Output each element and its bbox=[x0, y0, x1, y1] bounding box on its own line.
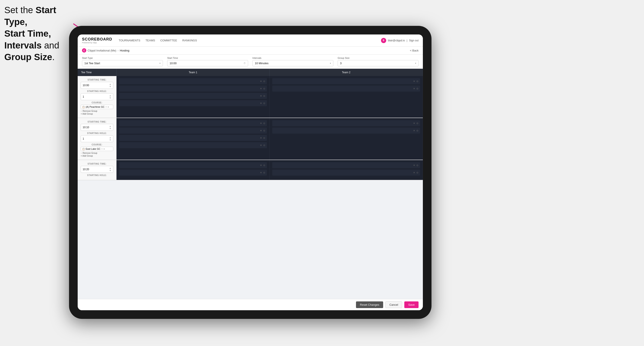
player-remove-icon[interactable]: ✕ bbox=[413, 171, 415, 174]
course-arrow-1[interactable]: ▾ bbox=[108, 106, 109, 108]
start-time-arrow-icon: ⏱ bbox=[244, 62, 246, 64]
reset-button[interactable]: Reset Changes bbox=[356, 301, 383, 308]
player-edit-icon[interactable]: ⊙ bbox=[263, 144, 265, 147]
nav-committee[interactable]: COMMITTEE bbox=[160, 38, 177, 43]
logo-text: SCOREBOARD bbox=[82, 37, 112, 42]
player-row: ✕ ⊙ bbox=[119, 93, 267, 99]
player-edit-icon[interactable]: ⊙ bbox=[263, 137, 265, 139]
player-edit-icon[interactable]: ⊙ bbox=[263, 171, 265, 174]
player-remove-icon[interactable]: ✕ bbox=[260, 144, 262, 147]
start-time-group: Start Time 10:00 ⏱ bbox=[167, 57, 248, 66]
player-remove-icon[interactable]: ✕ bbox=[413, 129, 415, 132]
breadcrumb-current: Hosting bbox=[120, 49, 129, 52]
th-team2: Team 2 bbox=[270, 69, 423, 76]
player-row: ✕ ⊙ bbox=[119, 120, 267, 126]
intervals-label: Intervals bbox=[252, 57, 333, 59]
tournament-link[interactable]: Clippd Invitational (Me) bbox=[88, 49, 116, 52]
starting-hole-label-3: STARTING HOLE: bbox=[81, 174, 113, 176]
back-button[interactable]: < Back bbox=[410, 49, 418, 52]
avatar: B bbox=[381, 38, 386, 43]
group-size-select[interactable]: 3 ▾ bbox=[338, 60, 418, 66]
nav-rankings[interactable]: RANKINGS bbox=[182, 38, 197, 43]
player-remove-icon[interactable]: ✕ bbox=[413, 122, 415, 125]
player-remove-icon[interactable]: ✕ bbox=[413, 87, 415, 90]
breadcrumb-bar: C Clippd Invitational (Me) › Hosting < B… bbox=[78, 46, 423, 54]
starting-hole-input-1[interactable]: 1 ▲▼ bbox=[81, 93, 113, 100]
course-arrow-2[interactable]: ▾ bbox=[104, 148, 105, 150]
tablet-screen: SCOREBOARD Powered by clipp TOURNAMENTS … bbox=[78, 34, 423, 310]
player-remove-icon[interactable]: ✕ bbox=[260, 122, 262, 125]
player-edit-icon[interactable]: ⊙ bbox=[416, 122, 418, 125]
player-edit-icon[interactable]: ⊙ bbox=[416, 80, 418, 83]
separator: | bbox=[407, 39, 407, 42]
intervals-arrow-icon: ▾ bbox=[330, 62, 331, 64]
player-remove-icon[interactable]: ✕ bbox=[260, 171, 262, 174]
group-size-value: 3 bbox=[340, 62, 342, 65]
app-icon: C bbox=[82, 48, 86, 53]
player-edit-icon[interactable]: ⊙ bbox=[263, 102, 265, 105]
time-stepper-1[interactable]: ▲▼ bbox=[109, 83, 111, 88]
starting-hole-label-2: STARTING HOLE: bbox=[81, 132, 113, 135]
player-row: ✕ ⊙ bbox=[119, 128, 267, 134]
remove-icon-2: ○ bbox=[81, 152, 82, 154]
starting-time-input-3[interactable]: 10:20 ▲▼ bbox=[81, 166, 113, 173]
start-type-label: Start Type bbox=[82, 57, 163, 59]
player-remove-icon[interactable]: ✕ bbox=[413, 80, 415, 83]
cancel-button[interactable]: Cancel bbox=[385, 301, 402, 308]
th-team1: Team 1 bbox=[116, 69, 270, 76]
starting-time-input-2[interactable]: 10:10 ▲▼ bbox=[81, 124, 113, 131]
start-type-arrow-icon: ▾ bbox=[160, 62, 160, 64]
player-edit-icon[interactable]: ⊙ bbox=[263, 95, 265, 97]
table-row: STARTING TIME: 10:00 ▲▼ STARTING HOLE: 1… bbox=[78, 76, 423, 118]
player-row: ✕ ⊙ bbox=[119, 100, 267, 106]
group-2-left: STARTING TIME: 10:10 ▲▼ STARTING HOLE: 1… bbox=[78, 118, 116, 160]
player-remove-icon[interactable]: ✕ bbox=[260, 164, 262, 167]
player-edit-icon[interactable]: ⊙ bbox=[263, 129, 265, 132]
player-remove-icon[interactable]: ✕ bbox=[260, 95, 262, 97]
remove-group-1[interactable]: ○ Remove Group bbox=[81, 110, 113, 112]
player-remove-icon[interactable]: ✕ bbox=[413, 164, 415, 167]
starting-time-label-1: STARTING TIME: bbox=[81, 79, 113, 81]
group-2-team2: ✕ ⊙ ✕ ⊙ bbox=[270, 118, 423, 160]
nav-tournaments[interactable]: TOURNAMENTS bbox=[119, 38, 140, 43]
starting-time-input-1[interactable]: 10:00 ▲▼ bbox=[81, 82, 113, 89]
course-icon-2: 📋 bbox=[82, 148, 85, 150]
nav-teams[interactable]: TEAMS bbox=[146, 38, 155, 43]
player-remove-icon[interactable]: ✕ bbox=[260, 137, 262, 139]
player-row: ✕ ⊙ bbox=[272, 120, 420, 126]
save-button[interactable]: Save bbox=[404, 301, 418, 308]
starting-time-label-3: STARTING TIME: bbox=[81, 163, 113, 165]
player-remove-icon[interactable]: ✕ bbox=[260, 102, 262, 105]
add-group-2[interactable]: + Add Group bbox=[81, 155, 113, 157]
player-edit-icon[interactable]: ⊙ bbox=[263, 164, 265, 167]
player-edit-icon[interactable]: ⊙ bbox=[416, 171, 418, 174]
annotation-bold2: Start Time, bbox=[4, 28, 51, 38]
hole-stepper-1[interactable]: ▲▼ bbox=[109, 94, 111, 99]
hole-stepper-2[interactable]: ▲▼ bbox=[109, 136, 111, 141]
add-group-1[interactable]: + Add Group bbox=[81, 113, 113, 115]
player-remove-icon[interactable]: ✕ bbox=[260, 87, 262, 90]
start-type-select[interactable]: 1st Tee Start ▾ bbox=[82, 60, 163, 66]
navbar: SCOREBOARD Powered by clipp TOURNAMENTS … bbox=[78, 34, 423, 46]
player-edit-icon[interactable]: ⊙ bbox=[263, 80, 265, 83]
group-actions-2: ○ Remove Group + Add Group bbox=[81, 152, 113, 157]
starting-time-label-2: STARTING TIME: bbox=[81, 121, 113, 123]
player-edit-icon[interactable]: ⊙ bbox=[263, 87, 265, 90]
player-edit-icon[interactable]: ⊙ bbox=[416, 164, 418, 167]
sign-out-link[interactable]: Sign out bbox=[409, 39, 418, 42]
time-stepper-2[interactable]: ▲▼ bbox=[109, 125, 111, 130]
group-2-team1: ✕ ⊙ ✕ ⊙ ✕ ⊙ ✕ ⊙ bbox=[116, 118, 270, 160]
time-stepper-3[interactable]: ▲▼ bbox=[109, 167, 111, 172]
player-edit-icon[interactable]: ⊙ bbox=[263, 122, 265, 125]
player-edit-icon[interactable]: ⊙ bbox=[416, 129, 418, 132]
player-remove-icon[interactable]: ✕ bbox=[260, 80, 262, 83]
course-remove-1[interactable]: × bbox=[105, 106, 106, 108]
player-edit-icon[interactable]: ⊙ bbox=[416, 87, 418, 90]
start-time-value: 10:00 bbox=[170, 62, 177, 65]
start-time-select[interactable]: 10:00 ⏱ bbox=[167, 60, 248, 66]
starting-hole-input-2[interactable]: 1 ▲▼ bbox=[81, 135, 113, 142]
player-remove-icon[interactable]: ✕ bbox=[260, 129, 262, 132]
intervals-select[interactable]: 10 Minutes ▾ bbox=[252, 60, 333, 66]
remove-group-2[interactable]: ○ Remove Group bbox=[81, 152, 113, 154]
course-remove-2[interactable]: × bbox=[101, 148, 102, 150]
